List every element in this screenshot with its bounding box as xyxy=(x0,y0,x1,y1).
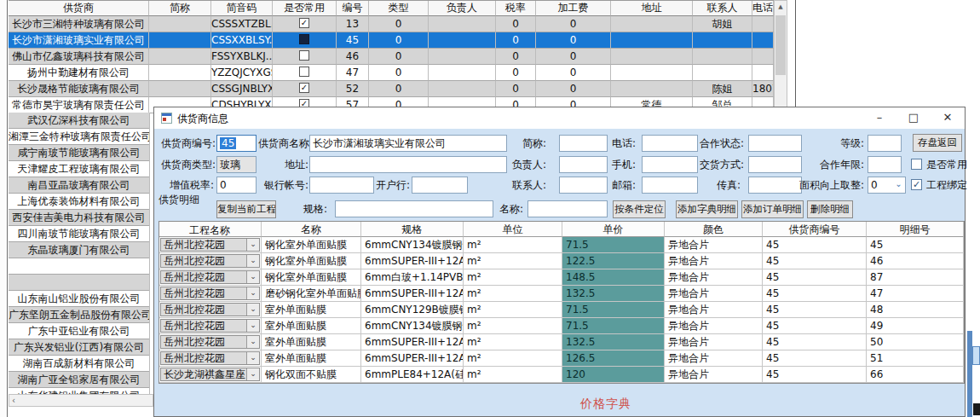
supplier-list-item[interactable] xyxy=(9,275,149,291)
supplier-row[interactable]: 长沙晟格节能玻璃有限公司 CSSGJNBLYXGS ✓ 52 0 0 0 陈姐 … xyxy=(9,81,774,97)
grid-horizontal-scrollbar[interactable]: ‹ xyxy=(9,394,153,407)
supplier-row[interactable]: 长沙市潇湘玻璃实业有限公司 CSSXXBLSY... ✓ 45 0 0 0 xyxy=(9,32,774,49)
supplier-list-item[interactable]: 广东中亚铝业有限公司 xyxy=(9,323,149,339)
common-checkbox[interactable]: ✓ xyxy=(299,18,309,28)
detail-row[interactable]: 岳州北控花园 ⌄ 钢化室外单面贴膜 6mm白玻+1.14PVB+6mm... m… xyxy=(159,269,964,286)
scroll-up-icon[interactable]: ▲ xyxy=(775,1,787,14)
supplier-type-field[interactable]: 玻璃 xyxy=(216,156,257,173)
dcol-unit[interactable]: 单位 xyxy=(464,222,562,237)
project-combobox[interactable]: 岳州北控花园 ⌄ xyxy=(160,319,260,333)
supplier-list-item[interactable]: 广东兴发铝业(江西)有限公司 xyxy=(9,339,149,356)
chevron-down-icon[interactable]: ⌄ xyxy=(246,368,259,380)
dcol-name[interactable]: 名称 xyxy=(262,222,361,237)
project-combobox[interactable]: 岳州北控花园 ⌄ xyxy=(160,303,260,316)
supplier-row[interactable]: 佛山市亿鑫玻璃科技有限公司 FSSYXBLKJ... ✓ 46 0 0 0 xyxy=(9,49,774,65)
detail-row[interactable]: 岳州北控花园 ⌄ 室外单面贴膜 6mmCNY134镀膜钢化 m² 71.5 异地… xyxy=(159,318,964,334)
project-combobox[interactable]: 岳州北控花园 ⌄ xyxy=(160,287,260,300)
coop-years-field[interactable] xyxy=(868,156,902,173)
fax-field[interactable] xyxy=(748,177,802,194)
col-header-fee[interactable]: 加工费 xyxy=(536,1,611,16)
area-round-select[interactable]: 0⌄ xyxy=(868,177,906,194)
supplier-row[interactable]: 扬州中勤建材有限公司 YZZQJCYXGS ✓ 47 0 0 0 xyxy=(9,65,774,81)
supplier-row[interactable]: 长沙市三湘特种玻璃有限公司 CSSSXTZBL... ✓ 13 0 0 0 胡姐 xyxy=(9,16,774,32)
email-field[interactable] xyxy=(642,177,698,194)
scroll-left-icon[interactable]: ‹ xyxy=(12,395,15,406)
supplier-list-item[interactable]: 山东华建铝业集团有限公司 xyxy=(9,388,149,394)
supplier-list-item[interactable]: 四川南玻节能玻璃有限公司 xyxy=(9,226,149,242)
col-header-tax[interactable]: 税率 xyxy=(496,1,536,16)
supplier-list-item[interactable]: 东晶玻璃厦门有限公司 xyxy=(9,242,149,258)
project-combobox[interactable]: 岳州北控花园 ⌄ xyxy=(160,335,260,349)
project-combobox[interactable]: 长沙龙湖祺鑫星座 ⌄ xyxy=(160,368,260,381)
detail-row[interactable]: 岳州北控花园 ⌄ 钢化室外单面贴膜 6mmCNY134镀膜钢化 m² 71.5 … xyxy=(159,237,964,253)
supplier-id-field[interactable]: 45 xyxy=(216,135,257,152)
supplier-list-item[interactable]: 湘潭三金特种玻璃有限责任公司 xyxy=(9,129,149,145)
col-header-manager[interactable]: 负责人 xyxy=(429,1,496,16)
supplier-list-item[interactable]: 广东坚朗五金制品股份有限公司 xyxy=(9,307,149,323)
project-combobox[interactable]: 岳州北控花园 ⌄ xyxy=(160,254,260,268)
short-name-field[interactable] xyxy=(559,135,608,152)
dcol-price[interactable]: 单价 xyxy=(562,222,665,237)
chevron-down-icon[interactable]: ⌄ xyxy=(246,271,259,283)
maximize-button[interactable]: □ xyxy=(896,107,931,129)
chevron-down-icon[interactable]: ⌄ xyxy=(246,255,259,267)
detail-row[interactable]: 岳州北控花园 ⌄ 磨砂钢化室外单面贴膜 6mmSUPER-III+12A(硅..… xyxy=(159,286,964,302)
mobile-field[interactable] xyxy=(642,156,698,173)
project-binding-checkbox[interactable]: ✓ xyxy=(911,179,922,190)
contact-field[interactable] xyxy=(559,177,608,194)
col-header-id[interactable]: 编号 xyxy=(337,1,369,16)
detail-row[interactable]: 长沙龙湖祺鑫星座 ⌄ 钢化双面不贴膜 6mmPLE84+12A(硅酮胶... m… xyxy=(159,367,964,383)
dcol-spec[interactable]: 规格 xyxy=(361,222,464,237)
supplier-list-item[interactable]: 咸宁南玻节能玻璃有限公司 xyxy=(9,145,149,161)
col-header-address[interactable]: 地址 xyxy=(611,1,693,16)
dcol-color[interactable]: 颜色 xyxy=(665,222,763,237)
chevron-down-icon[interactable]: ⌄ xyxy=(246,336,259,348)
chevron-down-icon[interactable]: ⌄ xyxy=(246,287,259,299)
common-checkbox[interactable]: ✓ xyxy=(299,67,309,77)
spec-filter-input[interactable] xyxy=(335,200,493,217)
chevron-down-icon[interactable]: ⌄ xyxy=(246,239,259,251)
detail-row[interactable]: 岳州北控花园 ⌄ 室外单面贴膜 6mmSUPER-III+12A(硅... m²… xyxy=(159,350,964,367)
vat-rate-field[interactable]: 0 xyxy=(216,177,257,194)
project-combobox[interactable]: 岳州北控花园 ⌄ xyxy=(160,238,260,252)
phone-field[interactable] xyxy=(642,135,698,152)
project-combobox[interactable]: 岳州北控花园 ⌄ xyxy=(160,351,260,365)
chevron-down-icon[interactable]: ⌄ xyxy=(246,304,259,316)
dcol-project[interactable]: 工程名称 xyxy=(159,222,262,237)
locate-button[interactable]: 按条件定位 xyxy=(613,200,666,218)
coop-status-field[interactable] xyxy=(748,135,802,152)
minimize-button[interactable]: – xyxy=(862,107,896,129)
name-filter-input[interactable] xyxy=(527,200,608,217)
col-header-phone[interactable]: 电话 xyxy=(752,1,774,16)
delivery-field[interactable] xyxy=(748,156,802,173)
chevron-down-icon[interactable]: ⌄ xyxy=(246,352,259,364)
col-header-common[interactable]: 是否常用 xyxy=(273,1,337,16)
supplier-list-item[interactable]: 上海优泰装饰材料有限公司 xyxy=(9,194,149,210)
supplier-list-item[interactable]: 武汉亿深科技有限公司 xyxy=(9,113,149,129)
grid-vertical-scrollbar[interactable]: ▲ xyxy=(774,0,787,113)
supplier-list-item[interactable]: 天津耀皮工程玻璃有限公司 xyxy=(9,161,149,177)
common-checkbox[interactable]: ✓ xyxy=(299,34,309,44)
supplier-list-item[interactable]: 山东南山铝业股份有限公司 xyxy=(9,291,149,307)
close-button[interactable]: ✕ xyxy=(931,107,965,129)
col-header-contact[interactable]: 联系人 xyxy=(693,1,752,16)
add-dict-detail-button[interactable]: 添加字典明细 xyxy=(676,200,738,218)
supplier-list-item[interactable] xyxy=(9,258,149,275)
chevron-down-icon[interactable]: ⌄ xyxy=(893,177,904,193)
col-header-short[interactable]: 简称 xyxy=(149,1,211,16)
common-checkbox[interactable]: ✓ xyxy=(299,50,309,61)
project-combobox[interactable]: 岳州北控花园 ⌄ xyxy=(160,270,260,284)
col-header-type[interactable]: 类型 xyxy=(369,1,429,16)
detail-row[interactable]: 岳州北控花园 ⌄ 室外单面贴膜 6mmCNY129B镀膜钢化 m² 71.5 异… xyxy=(159,302,964,318)
dialog-titlebar[interactable]: 供货商信息 – □ ✕ xyxy=(154,107,965,129)
manager-field[interactable] xyxy=(559,156,608,173)
scrollbar-thumb[interactable] xyxy=(775,15,786,75)
bank-name-field[interactable] xyxy=(412,177,468,194)
bank-account-field[interactable] xyxy=(309,177,374,194)
supplier-list-item[interactable]: 西安佳吉美电力科技有限公司 xyxy=(9,210,149,226)
dcol-detail-id[interactable]: 明细号 xyxy=(867,222,964,237)
grade-field[interactable] xyxy=(868,135,902,152)
chevron-down-icon[interactable]: ⌄ xyxy=(246,320,259,332)
supplier-name-field[interactable]: 长沙市潇湘玻璃实业有限公司 xyxy=(309,135,507,152)
detail-row[interactable]: 岳州北控花园 ⌄ 室外单面贴膜 6mmSUPER-III+12A(硅... m²… xyxy=(159,334,964,350)
